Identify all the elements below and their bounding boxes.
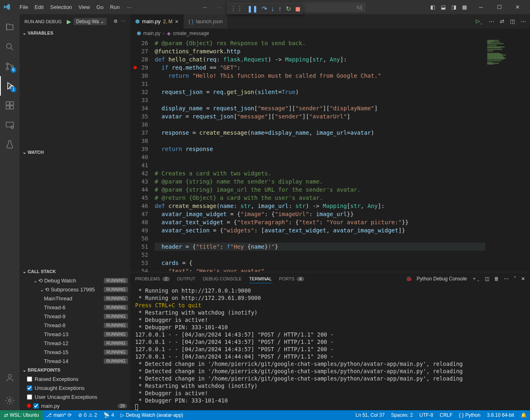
thread-row[interactable]: Thread-15RUNNING bbox=[20, 348, 130, 357]
run-again-icon[interactable]: ▷⌄ bbox=[476, 18, 483, 25]
status-encoding[interactable]: UTF-8 bbox=[416, 412, 436, 418]
thread-row[interactable]: Thread-14RUNNING bbox=[20, 357, 130, 365]
restart-icon[interactable]: ↻ bbox=[286, 5, 291, 13]
stop-icon[interactable]: ◼ bbox=[295, 5, 300, 13]
tab-problems[interactable]: PROBLEMS2 bbox=[135, 275, 170, 283]
play-icon[interactable]: ▶ bbox=[67, 18, 71, 25]
checkbox[interactable] bbox=[27, 376, 32, 382]
window-close-icon[interactable]: ✕ bbox=[508, 0, 527, 14]
checkbox[interactable] bbox=[27, 385, 32, 391]
tab-debug-console[interactable]: DEBUG CONSOLE bbox=[203, 275, 242, 283]
thread-row[interactable]: MainThreadRUNNING bbox=[20, 294, 130, 303]
minimap[interactable]: ████████████████████████████████████████… bbox=[485, 38, 530, 272]
sync-icon[interactable]: ⟳ bbox=[68, 412, 72, 418]
layout-panel-right-icon[interactable]: ◨ bbox=[451, 4, 456, 10]
activity-run-debug[interactable]: 1 bbox=[0, 76, 20, 96]
thread-row[interactable]: Thread-9RUNNING bbox=[20, 312, 130, 321]
activity-testing[interactable] bbox=[0, 135, 20, 154]
status-notifications-icon[interactable]: 🔔 bbox=[517, 412, 530, 418]
status-problems[interactable]: ⊘0⚠2 bbox=[75, 410, 100, 420]
activity-extensions[interactable] bbox=[0, 96, 20, 115]
menu-view[interactable]: View bbox=[75, 2, 93, 12]
menu-selection[interactable]: Selection bbox=[47, 2, 75, 12]
grip-icon[interactable]: ⋮⋮ bbox=[230, 5, 243, 13]
breakpoint-toggle[interactable]: User Uncaught Exceptions bbox=[20, 392, 130, 401]
terminal-select[interactable]: Python Debug Console bbox=[417, 276, 467, 282]
status-ports[interactable]: 📡4 bbox=[100, 410, 117, 420]
line-gutter[interactable]: 2627282930313233343536373839404142434445… bbox=[130, 38, 155, 272]
breadcrumb-symbol[interactable]: create_message bbox=[173, 31, 209, 36]
breadcrumb[interactable]: ⬢ main.py › ◈ create_message bbox=[130, 28, 530, 38]
panel-close-icon[interactable]: ✕ bbox=[521, 276, 525, 282]
breakpoint-toggle[interactable]: Raised Exceptions bbox=[20, 374, 130, 383]
menu-overflow[interactable]: ··· bbox=[124, 2, 135, 12]
activity-settings[interactable] bbox=[0, 391, 20, 410]
debug-label: Debug Watch (avatar-app) bbox=[126, 412, 183, 418]
window-maximize-icon[interactable]: ☐ bbox=[490, 0, 508, 14]
more-icon[interactable]: ⋯ bbox=[121, 19, 125, 24]
editor-tab[interactable]: ⬢main.py 2, M× bbox=[130, 14, 184, 28]
thread-row[interactable]: Thread-13RUNNING bbox=[20, 330, 130, 339]
status-interpreter[interactable]: 3.8.10 64-bit bbox=[484, 412, 517, 418]
callstack-root[interactable]: ⌄⟲ Debug Watch RUNNING bbox=[20, 276, 130, 285]
gear-icon[interactable]: ⚙ bbox=[114, 19, 118, 24]
more-actions-icon[interactable]: ⋯ bbox=[521, 18, 526, 24]
breakpoint-file[interactable]: main.py29 bbox=[20, 401, 130, 410]
new-terminal-icon[interactable]: ＋⌄ bbox=[472, 275, 480, 282]
tab-output[interactable]: OUTPUT bbox=[177, 275, 195, 283]
breadcrumb-file[interactable]: main.py bbox=[143, 31, 160, 36]
editor-tab[interactable]: { }launch.json bbox=[184, 14, 228, 28]
activity-account[interactable] bbox=[0, 368, 20, 387]
activity-remote[interactable] bbox=[0, 115, 20, 135]
thread-row[interactable]: Thread-6RUNNING bbox=[20, 303, 130, 312]
menu-file[interactable]: File bbox=[16, 2, 31, 12]
terminal-output[interactable]: * Running on http://127.0.0.1:9000 * Run… bbox=[130, 285, 530, 410]
section-watch[interactable]: ⌄WATCH bbox=[20, 148, 130, 157]
nav-forward-icon[interactable]: → bbox=[213, 4, 225, 11]
layout-customize-icon[interactable]: ▦ bbox=[462, 4, 467, 10]
status-eol[interactable]: CRLF bbox=[436, 412, 456, 418]
callstack-subprocess[interactable]: ⌄⟲ Subprocess 17995 RUNNING bbox=[20, 285, 130, 294]
status-debug[interactable]: ▷Debug Watch (avatar-app) bbox=[117, 410, 186, 420]
split-editor-icon[interactable]: ◫ bbox=[510, 18, 515, 24]
diff-icon[interactable]: ⇄ bbox=[500, 18, 504, 24]
status-cursor-pos[interactable]: Ln 51, Col 37 bbox=[352, 412, 388, 418]
status-spaces[interactable]: Spaces: 2 bbox=[388, 412, 416, 418]
activity-search[interactable] bbox=[0, 37, 20, 57]
status-language[interactable]: { }Python bbox=[456, 412, 484, 418]
pause-icon[interactable]: ❚❚ bbox=[247, 5, 258, 13]
menu-run[interactable]: Run bbox=[107, 2, 123, 12]
layout-panel-left-icon[interactable]: ◧ bbox=[430, 4, 435, 10]
debug-config-select[interactable]: ▶ Debug Wa ⌄ bbox=[65, 17, 109, 26]
section-breakpoints[interactable]: ⌄BREAKPOINTS bbox=[20, 365, 130, 374]
checkbox[interactable] bbox=[27, 394, 32, 400]
tab-overflow-icon[interactable]: ⋯ bbox=[489, 18, 494, 24]
split-terminal-icon[interactable]: ◫ bbox=[485, 276, 489, 282]
thread-row[interactable]: Thread-8RUNNING bbox=[20, 321, 130, 330]
panel-maximize-icon[interactable]: ˄ bbox=[514, 276, 516, 282]
close-tab-icon[interactable]: × bbox=[175, 18, 178, 25]
layout-panel-bottom-icon[interactable]: ⬓ bbox=[441, 4, 446, 10]
checkbox[interactable] bbox=[33, 403, 39, 409]
activity-explorer[interactable] bbox=[0, 18, 20, 37]
step-over-icon[interactable]: ↷ bbox=[262, 5, 267, 13]
window-minimize-icon[interactable]: ─ bbox=[472, 0, 490, 14]
panel-more-icon[interactable]: ⋯ bbox=[504, 276, 509, 282]
breakpoint-toggle[interactable]: Uncaught Exceptions bbox=[20, 383, 130, 392]
menu-edit[interactable]: Edit bbox=[31, 2, 47, 12]
section-variables[interactable]: ⌄VARIABLES bbox=[20, 28, 130, 37]
step-into-icon[interactable]: ↓ bbox=[271, 5, 274, 13]
thread-row[interactable]: Thread-12RUNNING bbox=[20, 339, 130, 348]
status-remote[interactable]: ⇄WSL: Ubuntu bbox=[0, 410, 43, 420]
debug-toolbar[interactable]: ⋮⋮ ❚❚ ↷ ↓ ↑ ↻ ◼ bbox=[227, 3, 303, 14]
activity-source-control[interactable]: 6 bbox=[0, 57, 20, 76]
tab-terminal[interactable]: TERMINAL bbox=[249, 275, 272, 283]
step-out-icon[interactable]: ↑ bbox=[278, 5, 282, 13]
section-callstack[interactable]: ⌄CALL STACK bbox=[20, 267, 130, 276]
code-editor[interactable]: # @param {Object} res Response to send b… bbox=[155, 38, 485, 272]
menu-go[interactable]: Go bbox=[93, 2, 107, 12]
nav-back-icon[interactable]: ← bbox=[199, 4, 211, 11]
tab-ports[interactable]: PORTS4 bbox=[279, 275, 304, 283]
status-branch[interactable]: ⎇main*⟳ bbox=[43, 410, 75, 420]
kill-terminal-icon[interactable]: 🗑 bbox=[494, 276, 499, 282]
